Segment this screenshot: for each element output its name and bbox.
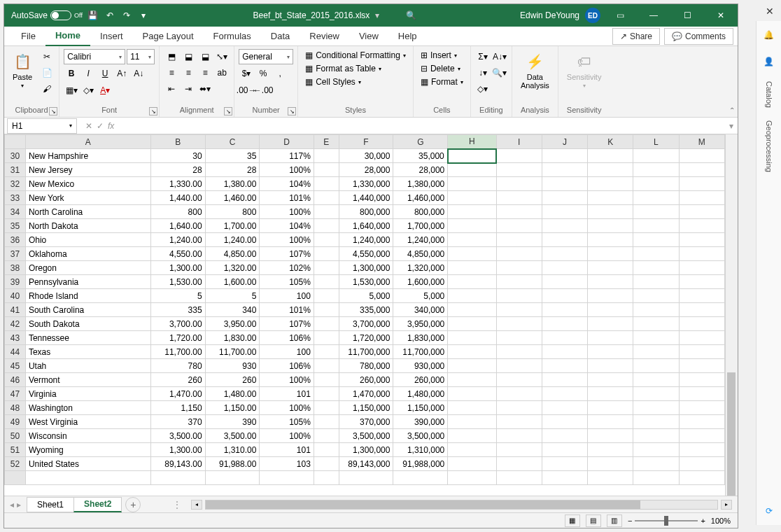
zoom-level[interactable]: 100% bbox=[711, 517, 731, 525]
cell[interactable]: 101% bbox=[260, 191, 314, 205]
cell[interactable] bbox=[679, 275, 724, 289]
col-header-E[interactable]: E bbox=[314, 135, 339, 149]
row-header[interactable]: 35 bbox=[5, 219, 26, 233]
hscroll-thumb[interactable] bbox=[206, 500, 640, 509]
cell[interactable] bbox=[679, 191, 724, 205]
format-as-table-button[interactable]: ▦Format as Table▾ bbox=[302, 62, 409, 75]
cell[interactable]: 800,000 bbox=[339, 205, 393, 219]
cell[interactable]: 1,240.00 bbox=[205, 233, 260, 247]
cell[interactable]: 1,480.00 bbox=[205, 387, 260, 401]
cell[interactable] bbox=[496, 303, 542, 317]
cell[interactable] bbox=[496, 205, 542, 219]
vertical-scrollbar[interactable] bbox=[725, 134, 738, 496]
cell[interactable] bbox=[448, 331, 496, 345]
row-header[interactable]: 46 bbox=[5, 373, 26, 387]
cell[interactable] bbox=[633, 149, 679, 163]
cell[interactable] bbox=[588, 387, 633, 401]
row-header[interactable]: 47 bbox=[5, 387, 26, 401]
col-header-F[interactable]: F bbox=[339, 135, 393, 149]
cell[interactable]: 335,000 bbox=[339, 303, 393, 317]
cell[interactable] bbox=[633, 219, 679, 233]
fx-icon[interactable]: fx bbox=[108, 121, 114, 131]
cell[interactable] bbox=[588, 233, 633, 247]
decrease-decimal-icon[interactable]: ←.00 bbox=[255, 83, 271, 98]
cell[interactable] bbox=[314, 261, 339, 275]
horizontal-scrollbar[interactable] bbox=[205, 500, 718, 510]
cell[interactable]: Virginia bbox=[25, 387, 150, 401]
cell[interactable] bbox=[448, 289, 496, 303]
col-header-A[interactable]: A bbox=[25, 135, 150, 149]
delete-cells-button[interactable]: ⊟Delete▾ bbox=[418, 62, 466, 75]
row-header[interactable]: 50 bbox=[5, 429, 26, 443]
name-box[interactable]: H1▾ bbox=[7, 118, 77, 134]
cell[interactable]: New Hampshire bbox=[25, 149, 150, 163]
cell[interactable]: 28 bbox=[150, 163, 205, 177]
toggle-pill[interactable] bbox=[50, 10, 71, 20]
cell[interactable] bbox=[448, 233, 496, 247]
cell[interactable]: Texas bbox=[25, 345, 150, 359]
cell[interactable]: 1,320.00 bbox=[205, 261, 260, 275]
geoprocessing-tab[interactable]: Geoprocessing bbox=[765, 120, 773, 172]
cell[interactable] bbox=[679, 233, 724, 247]
catalog-tab[interactable]: Catalog bbox=[765, 81, 773, 108]
cell[interactable] bbox=[260, 471, 314, 485]
cell[interactable] bbox=[314, 401, 339, 415]
ribbon-display-icon[interactable]: ▭ bbox=[606, 5, 634, 26]
col-header-I[interactable]: I bbox=[496, 135, 542, 149]
insert-cells-button[interactable]: ⊞Insert▾ bbox=[418, 49, 466, 62]
cell[interactable] bbox=[588, 163, 633, 177]
align-bottom-icon[interactable]: ⬓ bbox=[197, 49, 213, 64]
row-header[interactable]: 30 bbox=[5, 149, 26, 163]
cell[interactable] bbox=[314, 359, 339, 373]
cell[interactable]: 28,000 bbox=[393, 163, 448, 177]
cell[interactable] bbox=[679, 345, 724, 359]
cell[interactable] bbox=[448, 373, 496, 387]
cell[interactable] bbox=[314, 345, 339, 359]
copy-icon[interactable]: 📄 bbox=[39, 65, 55, 80]
cell[interactable] bbox=[150, 471, 205, 485]
row-header[interactable]: 42 bbox=[5, 317, 26, 331]
cell[interactable] bbox=[588, 289, 633, 303]
cell[interactable] bbox=[633, 471, 679, 485]
cell[interactable] bbox=[448, 191, 496, 205]
cell[interactable]: 101% bbox=[260, 303, 314, 317]
cell[interactable]: 1,480,000 bbox=[393, 387, 448, 401]
cell[interactable] bbox=[542, 191, 587, 205]
sensitivity-button[interactable]: 🏷 Sensitivity ▾ bbox=[563, 49, 606, 92]
cell[interactable]: 1,700,000 bbox=[393, 219, 448, 233]
cell[interactable]: 30,000 bbox=[339, 149, 393, 163]
font-family-combo[interactable]: Calibri▾ bbox=[64, 49, 125, 64]
col-header-J[interactable]: J bbox=[542, 135, 587, 149]
cell[interactable]: 1,310.00 bbox=[205, 443, 260, 457]
number-format-combo[interactable]: General▾ bbox=[239, 49, 293, 64]
cell[interactable] bbox=[496, 191, 542, 205]
cell[interactable] bbox=[633, 373, 679, 387]
cancel-formula-icon[interactable]: ✕ bbox=[85, 121, 92, 131]
cell[interactable]: 1,150 bbox=[150, 401, 205, 415]
cell[interactable] bbox=[679, 387, 724, 401]
cell[interactable] bbox=[679, 177, 724, 191]
col-header-G[interactable]: G bbox=[393, 135, 448, 149]
cell[interactable] bbox=[633, 191, 679, 205]
cell[interactable] bbox=[448, 205, 496, 219]
cell[interactable]: 1,440,000 bbox=[339, 191, 393, 205]
row-header[interactable]: 52 bbox=[5, 457, 26, 471]
merge-icon[interactable]: ⬌▾ bbox=[197, 81, 213, 97]
cell[interactable]: 4,550.00 bbox=[150, 247, 205, 261]
row-header[interactable]: 43 bbox=[5, 331, 26, 345]
decrease-font-icon[interactable]: A↓ bbox=[131, 66, 146, 81]
cell[interactable] bbox=[679, 317, 724, 331]
cell[interactable] bbox=[633, 401, 679, 415]
cell[interactable] bbox=[588, 373, 633, 387]
undo-icon[interactable]: ↶ bbox=[104, 9, 116, 22]
cell[interactable] bbox=[448, 149, 496, 163]
cell[interactable]: New Jersey bbox=[25, 163, 150, 177]
row-header[interactable]: 40 bbox=[5, 289, 26, 303]
format-painter-icon[interactable]: 🖌 bbox=[39, 81, 55, 97]
row-header[interactable]: 33 bbox=[5, 191, 26, 205]
cell[interactable] bbox=[393, 471, 448, 485]
cell[interactable] bbox=[542, 387, 587, 401]
cell[interactable] bbox=[496, 331, 542, 345]
cell[interactable] bbox=[448, 345, 496, 359]
cell[interactable] bbox=[314, 303, 339, 317]
